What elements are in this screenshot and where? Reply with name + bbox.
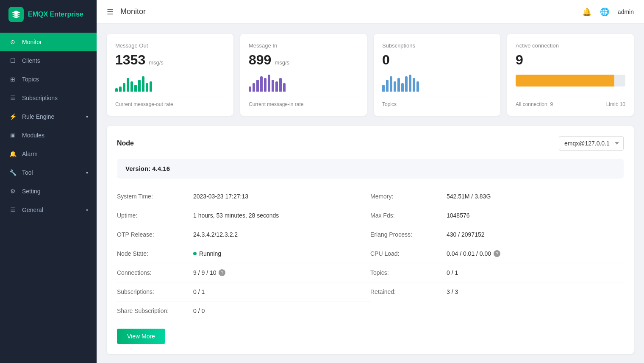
message-in-card: Message In 899 msg/s Curre (240, 34, 367, 116)
sidebar-item-label-general: General (22, 207, 81, 213)
tool-icon: 🔧 (8, 168, 17, 177)
sidebar-item-setting[interactable]: ⚙ Setting (0, 182, 97, 201)
sidebar-item-clients[interactable]: ☐ Clients (0, 51, 97, 70)
node-state-row: Node State: Running (117, 244, 370, 263)
message-in-chart (249, 75, 358, 92)
logo-text: EMQX Enterprise (28, 11, 83, 18)
sidebar-item-label-monitor: Monitor (22, 39, 88, 45)
modules-icon: ▣ (8, 131, 17, 140)
sidebar-item-general[interactable]: ☰ General ▾ (0, 201, 97, 219)
alarm-icon: 🔔 (8, 150, 17, 158)
chart-bar (272, 80, 274, 92)
subscriptions-value: 0 (382, 52, 390, 68)
header-right: 🔔 🌐 admin (582, 7, 634, 17)
monitor-icon: ⊙ (8, 38, 17, 46)
memory-label: Memory: (370, 193, 447, 200)
erlang-label: Erlang Process: (370, 231, 447, 238)
share-sub-row: Share Subscription: 0 / 0 (117, 302, 370, 320)
language-icon[interactable]: 🌐 (600, 7, 609, 17)
chart-bar (115, 88, 118, 92)
connections-help-icon[interactable]: ? (219, 269, 225, 276)
sidebar-item-label-subscriptions: Subscriptions (22, 95, 88, 101)
chart-bar (127, 78, 129, 92)
notification-icon[interactable]: 🔔 (582, 7, 591, 17)
system-time-value: 2023-03-23 17:27:13 (193, 193, 248, 200)
cpu-load-value: 0.04 / 0.01 / 0.00 ? (447, 250, 500, 257)
message-in-value: 899 (249, 52, 271, 68)
memory-row: Memory: 542.51M / 3.83G (370, 187, 624, 206)
sidebar-item-monitor[interactable]: ⊙ Monitor (0, 33, 97, 51)
general-chevron-icon: ▾ (86, 208, 88, 212)
chart-bar (401, 83, 404, 92)
chart-bar (150, 81, 152, 92)
uptime-label: Uptime: (117, 212, 193, 219)
chart-bar (268, 75, 270, 92)
subscriptions-desc: Topics (382, 97, 492, 107)
topics-icon: ⊞ (8, 75, 17, 84)
view-more-button[interactable]: View More (117, 329, 165, 344)
cpu-load-help-icon[interactable]: ? (494, 250, 500, 257)
chart-bar (382, 85, 385, 92)
admin-label[interactable]: admin (618, 8, 634, 15)
sidebar-item-tool[interactable]: 🔧 Tool ▾ (0, 163, 97, 182)
erlang-row: Erlang Process: 430 / 2097152 (370, 225, 624, 244)
chart-bar (275, 81, 278, 92)
active-connection-card: Active connection 9 All connection: 9 Li… (507, 34, 634, 116)
rule-engine-icon: ⚡ (8, 112, 17, 121)
main-area: ☰ Monitor 🔔 🌐 admin Message Out 1353 msg… (97, 0, 644, 363)
sidebar-logo: EMQX Enterprise (0, 0, 97, 29)
chart-bar (264, 78, 266, 92)
share-sub-value: 0 / 0 (193, 307, 205, 314)
topics-info-label: Topics: (370, 269, 447, 276)
chart-bar (260, 76, 263, 92)
node-select[interactable]: emqx@127.0.0.1 (559, 136, 624, 151)
message-out-unit: msg/s (149, 59, 164, 66)
sidebar-item-label-alarm: Alarm (22, 151, 88, 157)
uptime-row: Uptime: 1 hours, 53 minutes, 28 seconds (117, 206, 370, 225)
erlang-value: 430 / 2097152 (447, 231, 485, 238)
subscriptions-info-label: Subscriptions: (117, 288, 193, 295)
message-out-value: 1353 (115, 52, 145, 68)
node-info-grid: System Time: 2023-03-23 17:27:13 Uptime:… (117, 187, 624, 320)
subscriptions-icon: ☰ (8, 94, 17, 102)
node-info-left: System Time: 2023-03-23 17:27:13 Uptime:… (117, 187, 370, 320)
chart-bar (405, 76, 408, 92)
connection-limit-label: Limit: 10 (606, 101, 625, 107)
chart-bar (413, 78, 415, 92)
tool-chevron-icon: ▾ (86, 170, 88, 175)
memory-value: 542.51M / 3.83G (447, 193, 491, 200)
chart-bar (249, 87, 251, 92)
node-select-wrapper: emqx@127.0.0.1 (559, 136, 624, 151)
node-state-text: Running (199, 250, 221, 257)
active-connection-value-row: 9 (516, 52, 625, 68)
subscriptions-label: Subscriptions (382, 42, 492, 49)
sidebar-item-subscriptions[interactable]: ☰ Subscriptions (0, 89, 97, 107)
chart-bar (283, 83, 286, 92)
sidebar-item-topics[interactable]: ⊞ Topics (0, 70, 97, 89)
message-out-desc: Current message-out rate (115, 97, 225, 107)
chart-bar (119, 87, 122, 92)
menu-toggle-button[interactable]: ☰ (107, 7, 114, 17)
chart-bar (146, 83, 148, 92)
active-connection-value: 9 (516, 52, 523, 68)
chart-bar (279, 78, 282, 92)
sidebar-item-modules[interactable]: ▣ Modules (0, 126, 97, 145)
sidebar-item-alarm[interactable]: 🔔 Alarm (0, 145, 97, 163)
subscriptions-value-row: 0 (382, 52, 492, 68)
sidebar-item-rule-engine[interactable]: ⚡ Rule Engine ▾ (0, 107, 97, 126)
clients-icon: ☐ (8, 56, 17, 65)
sidebar-item-label-setting: Setting (22, 188, 88, 195)
sidebar-item-label-topics: Topics (22, 76, 88, 83)
message-in-unit: msg/s (275, 59, 289, 66)
connection-progress-bar (516, 75, 625, 87)
node-section: Node emqx@127.0.0.1 Version: 4.4.16 Syst… (107, 126, 634, 354)
connection-info: All connection: 9 Limit: 10 (516, 97, 625, 107)
chart-bar (253, 83, 255, 92)
topics-info-row: Topics: 0 / 1 (370, 263, 624, 282)
sidebar-item-label-rule-engine: Rule Engine (22, 113, 81, 120)
max-fds-row: Max Fds: 1048576 (370, 206, 624, 225)
node-header: Node emqx@127.0.0.1 (117, 136, 624, 151)
node-state-label: Node State: (117, 250, 193, 257)
active-connection-label: Active connection (516, 42, 625, 49)
otp-row: OTP Release: 24.3.4.2/12.3.2.2 (117, 225, 370, 244)
